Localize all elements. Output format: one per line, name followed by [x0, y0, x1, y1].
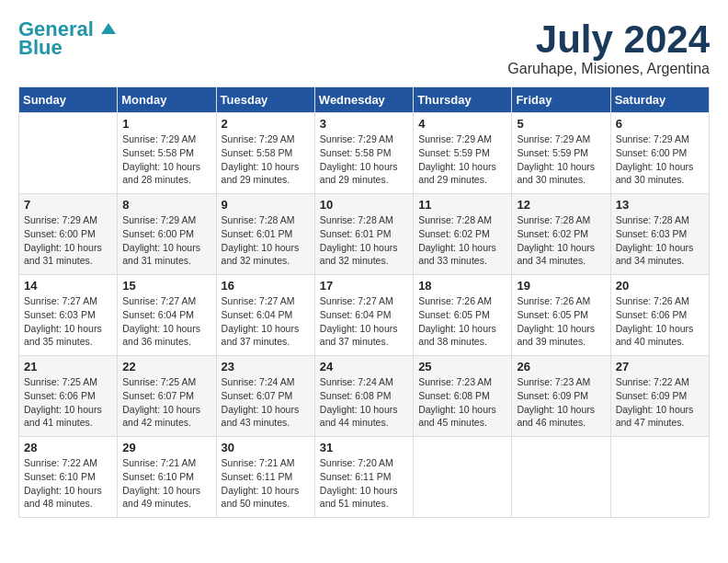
calendar-cell: 30Sunrise: 7:21 AMSunset: 6:11 PMDayligh… [216, 437, 314, 518]
day-info: Sunrise: 7:29 AMSunset: 6:00 PMDaylight:… [616, 132, 704, 187]
day-number: 20 [616, 279, 704, 293]
month-title: July 2024 [507, 18, 710, 61]
svg-marker-0 [101, 23, 116, 34]
day-info: Sunrise: 7:26 AMSunset: 6:06 PMDaylight:… [616, 294, 704, 349]
day-number: 30 [222, 441, 310, 454]
calendar-week-row: 1Sunrise: 7:29 AMSunset: 5:58 PMDaylight… [19, 113, 710, 194]
day-info: Sunrise: 7:26 AMSunset: 6:05 PMDaylight:… [418, 294, 506, 349]
calendar-table: SundayMondayTuesdayWednesdayThursdayFrid… [18, 86, 710, 518]
day-info: Sunrise: 7:23 AMSunset: 6:08 PMDaylight:… [418, 375, 506, 430]
calendar-cell: 17Sunrise: 7:27 AMSunset: 6:04 PMDayligh… [314, 275, 413, 356]
calendar-cell [19, 113, 118, 194]
day-number: 16 [222, 279, 310, 293]
calendar-cell: 23Sunrise: 7:24 AMSunset: 6:07 PMDayligh… [216, 356, 314, 437]
calendar-cell: 28Sunrise: 7:22 AMSunset: 6:10 PMDayligh… [19, 437, 118, 518]
day-number: 17 [320, 279, 408, 293]
day-info: Sunrise: 7:29 AMSunset: 6:00 PMDaylight:… [122, 213, 210, 268]
day-info: Sunrise: 7:29 AMSunset: 6:00 PMDaylight:… [24, 213, 112, 268]
day-info: Sunrise: 7:24 AMSunset: 6:08 PMDaylight:… [320, 375, 408, 430]
day-number: 5 [517, 117, 605, 131]
calendar-cell [512, 437, 610, 518]
calendar-cell: 8Sunrise: 7:29 AMSunset: 6:00 PMDaylight… [118, 194, 216, 275]
day-number: 28 [24, 441, 112, 454]
day-info: Sunrise: 7:28 AMSunset: 6:02 PMDaylight:… [517, 213, 605, 268]
day-number: 23 [222, 360, 310, 373]
calendar-week-row: 7Sunrise: 7:29 AMSunset: 6:00 PMDaylight… [19, 194, 710, 275]
day-info: Sunrise: 7:27 AMSunset: 6:04 PMDaylight:… [122, 294, 210, 349]
calendar-cell: 16Sunrise: 7:27 AMSunset: 6:04 PMDayligh… [216, 275, 314, 356]
calendar-cell: 29Sunrise: 7:21 AMSunset: 6:10 PMDayligh… [118, 437, 216, 518]
calendar-cell: 4Sunrise: 7:29 AMSunset: 5:59 PMDaylight… [414, 113, 512, 194]
day-number: 18 [418, 279, 506, 293]
day-info: Sunrise: 7:23 AMSunset: 6:09 PMDaylight:… [517, 375, 605, 430]
logo: General Blue [18, 18, 116, 59]
day-number: 12 [517, 198, 605, 212]
calendar-cell: 19Sunrise: 7:26 AMSunset: 6:05 PMDayligh… [512, 275, 610, 356]
day-number: 7 [24, 198, 112, 212]
day-number: 21 [24, 360, 112, 373]
day-number: 27 [616, 360, 704, 373]
logo-text-line2: Blue [18, 37, 63, 59]
calendar-cell [610, 437, 709, 518]
calendar-cell: 22Sunrise: 7:25 AMSunset: 6:07 PMDayligh… [118, 356, 216, 437]
header: General Blue July 2024 Garuhape, Misione… [18, 18, 710, 77]
day-number: 29 [122, 441, 210, 454]
day-number: 11 [418, 198, 506, 212]
day-number: 3 [320, 117, 408, 131]
calendar-cell: 25Sunrise: 7:23 AMSunset: 6:08 PMDayligh… [414, 356, 512, 437]
day-info: Sunrise: 7:25 AMSunset: 6:06 PMDaylight:… [24, 375, 112, 430]
calendar-cell: 6Sunrise: 7:29 AMSunset: 6:00 PMDaylight… [610, 113, 709, 194]
header-day-wednesday: Wednesday [314, 87, 413, 113]
header-day-friday: Friday [512, 87, 610, 113]
day-number: 4 [418, 117, 506, 131]
day-info: Sunrise: 7:29 AMSunset: 5:58 PMDaylight:… [320, 132, 408, 187]
day-info: Sunrise: 7:21 AMSunset: 6:11 PMDaylight:… [222, 456, 310, 511]
location-title: Garuhape, Misiones, Argentina [507, 61, 710, 77]
calendar-cell: 11Sunrise: 7:28 AMSunset: 6:02 PMDayligh… [414, 194, 512, 275]
day-number: 1 [122, 117, 210, 131]
calendar-cell: 24Sunrise: 7:24 AMSunset: 6:08 PMDayligh… [314, 356, 413, 437]
day-info: Sunrise: 7:28 AMSunset: 6:03 PMDaylight:… [616, 213, 704, 268]
day-info: Sunrise: 7:22 AMSunset: 6:10 PMDaylight:… [24, 456, 112, 511]
day-number: 19 [517, 279, 605, 293]
logo-arrow-icon [96, 17, 116, 38]
day-number: 13 [616, 198, 704, 212]
day-number: 9 [222, 198, 310, 212]
day-number: 24 [320, 360, 408, 373]
calendar-cell: 5Sunrise: 7:29 AMSunset: 5:59 PMDaylight… [512, 113, 610, 194]
day-info: Sunrise: 7:25 AMSunset: 6:07 PMDaylight:… [122, 375, 210, 430]
day-info: Sunrise: 7:26 AMSunset: 6:05 PMDaylight:… [517, 294, 605, 349]
calendar-week-row: 14Sunrise: 7:27 AMSunset: 6:03 PMDayligh… [19, 275, 710, 356]
day-info: Sunrise: 7:21 AMSunset: 6:10 PMDaylight:… [122, 456, 210, 511]
day-number: 10 [320, 198, 408, 212]
day-info: Sunrise: 7:20 AMSunset: 6:11 PMDaylight:… [320, 456, 408, 511]
header-day-sunday: Sunday [19, 87, 118, 113]
header-day-saturday: Saturday [610, 87, 709, 113]
day-number: 14 [24, 279, 112, 293]
calendar-cell: 18Sunrise: 7:26 AMSunset: 6:05 PMDayligh… [414, 275, 512, 356]
day-info: Sunrise: 7:29 AMSunset: 5:58 PMDaylight:… [222, 132, 310, 187]
day-number: 15 [122, 279, 210, 293]
calendar-cell: 15Sunrise: 7:27 AMSunset: 6:04 PMDayligh… [118, 275, 216, 356]
day-number: 6 [616, 117, 704, 131]
day-info: Sunrise: 7:27 AMSunset: 6:04 PMDaylight:… [222, 294, 310, 349]
calendar-cell: 13Sunrise: 7:28 AMSunset: 6:03 PMDayligh… [610, 194, 709, 275]
calendar-cell: 3Sunrise: 7:29 AMSunset: 5:58 PMDaylight… [314, 113, 413, 194]
day-info: Sunrise: 7:22 AMSunset: 6:09 PMDaylight:… [616, 375, 704, 430]
day-info: Sunrise: 7:29 AMSunset: 5:58 PMDaylight:… [122, 132, 210, 187]
header-day-thursday: Thursday [414, 87, 512, 113]
day-info: Sunrise: 7:27 AMSunset: 6:04 PMDaylight:… [320, 294, 408, 349]
calendar-cell: 1Sunrise: 7:29 AMSunset: 5:58 PMDaylight… [118, 113, 216, 194]
calendar-cell: 10Sunrise: 7:28 AMSunset: 6:01 PMDayligh… [314, 194, 413, 275]
day-info: Sunrise: 7:27 AMSunset: 6:03 PMDaylight:… [24, 294, 112, 349]
day-number: 8 [122, 198, 210, 212]
calendar-cell: 7Sunrise: 7:29 AMSunset: 6:00 PMDaylight… [19, 194, 118, 275]
day-info: Sunrise: 7:24 AMSunset: 6:07 PMDaylight:… [222, 375, 310, 430]
calendar-cell: 2Sunrise: 7:29 AMSunset: 5:58 PMDaylight… [216, 113, 314, 194]
day-info: Sunrise: 7:28 AMSunset: 6:02 PMDaylight:… [418, 213, 506, 268]
header-day-tuesday: Tuesday [216, 87, 314, 113]
calendar-cell: 12Sunrise: 7:28 AMSunset: 6:02 PMDayligh… [512, 194, 610, 275]
day-info: Sunrise: 7:29 AMSunset: 5:59 PMDaylight:… [517, 132, 605, 187]
day-number: 31 [320, 441, 408, 454]
day-info: Sunrise: 7:28 AMSunset: 6:01 PMDaylight:… [222, 213, 310, 268]
